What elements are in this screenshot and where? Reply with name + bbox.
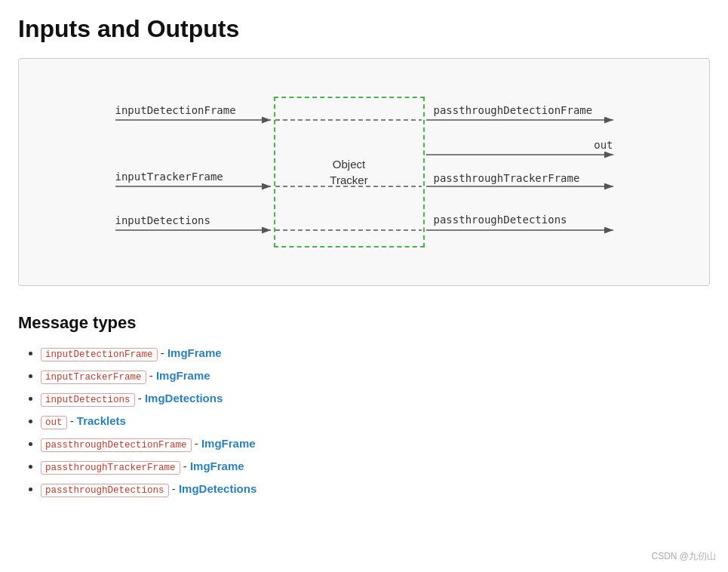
output-label-3: passthroughTrackerFrame <box>434 172 580 184</box>
list-item: passthroughDetectionFrame - ImgFrame <box>41 437 710 452</box>
code-badge: out <box>41 416 67 429</box>
type-link[interactable]: ImgDetections <box>179 482 256 495</box>
output-label-1: passthroughDetectionFrame <box>434 104 593 116</box>
list-item: inputDetectionFrame - ImgFrame <box>41 346 710 361</box>
diagram-container: ObjectTracker inputDetectionFrame inputT… <box>18 58 710 286</box>
input-label-3: inputDetections <box>115 214 272 226</box>
code-badge: inputTrackerFrame <box>41 371 146 384</box>
list-item: passthroughDetections - ImgDetections <box>41 482 710 497</box>
output-label-2: out <box>594 139 613 151</box>
input-label-1: inputDetectionFrame <box>115 104 272 116</box>
type-link[interactable]: ImgFrame <box>167 346 222 359</box>
type-link[interactable]: ImgDetections <box>145 392 223 404</box>
list-item: inputTrackerFrame - ImgFrame <box>41 369 710 384</box>
message-types-heading: Message types <box>18 313 710 333</box>
diagram: ObjectTracker inputDetectionFrame inputT… <box>108 81 621 263</box>
output-label-4: passthroughDetections <box>434 214 567 226</box>
message-types-list: inputDetectionFrame - ImgFrameinputTrack… <box>18 346 710 497</box>
code-badge: passthroughDetections <box>41 484 169 497</box>
node-label: ObjectTracker <box>330 156 367 188</box>
code-badge: passthroughTrackerFrame <box>41 461 180 475</box>
type-link[interactable]: ImgFrame <box>201 437 256 450</box>
page-title: Inputs and Outputs <box>18 15 710 43</box>
code-badge: inputDetectionFrame <box>41 348 158 361</box>
code-badge: passthroughDetectionFrame <box>41 438 192 452</box>
type-link[interactable]: Tracklets <box>77 414 126 427</box>
input-label-2: inputTrackerFrame <box>115 171 272 183</box>
node-box: ObjectTracker <box>274 97 425 248</box>
list-item: passthroughTrackerFrame - ImgFrame <box>41 460 710 475</box>
type-link[interactable]: ImgFrame <box>190 460 244 472</box>
type-link[interactable]: ImgFrame <box>156 369 210 382</box>
message-types-section: Message types inputDetectionFrame - ImgF… <box>18 313 710 497</box>
list-item: out - Tracklets <box>41 414 710 429</box>
code-badge: inputDetections <box>41 393 135 407</box>
list-item: inputDetections - ImgDetections <box>41 392 710 407</box>
